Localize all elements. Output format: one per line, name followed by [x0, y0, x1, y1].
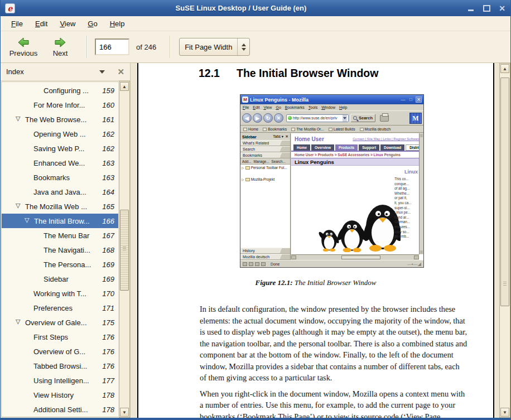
resize-grip-icon: —▪—◢	[407, 262, 421, 267]
index-item[interactable]: Enhanced We...163	[2, 156, 118, 170]
bookmark-actions: Add...Manage...Search...	[240, 158, 290, 165]
address-book-icon	[261, 262, 266, 266]
scroll-up-icon[interactable]: ▲	[120, 82, 129, 91]
index-item[interactable]: ▽The Mozilla Web ...165	[2, 199, 118, 214]
bookmark-folder: ▷Personal Toolbar Fol...	[242, 166, 289, 170]
index-item[interactable]: Saving Web P...162	[2, 141, 118, 156]
expander-icon[interactable]: ▽	[25, 216, 29, 224]
sidebar-panel-tab: History	[240, 248, 290, 254]
index-item-label: Tabbed Browsi...	[33, 362, 87, 370]
site-right-text-line: ensures...	[394, 225, 418, 230]
index-item[interactable]: Preferences171	[2, 301, 118, 315]
site-right-text-line: conque...	[394, 182, 418, 187]
mozilla-window-title: Linux Penguins - Mozilla	[250, 97, 398, 103]
previous-button[interactable]: Previous	[5, 33, 42, 60]
index-item[interactable]: View History178	[2, 388, 118, 402]
site-right-text-line: or pat it,	[394, 196, 418, 201]
bookmark-icon	[263, 128, 267, 131]
index-item-page: 178	[102, 405, 114, 414]
menu-item-file[interactable]: File	[6, 18, 28, 30]
index-item[interactable]: Sidebar169	[2, 272, 118, 286]
index-item[interactable]: Using Intelligen...177	[2, 373, 118, 388]
title-bar: e SuSE Linux Desktop / User Guide (en) ✕	[1, 0, 510, 16]
scrollbar-thumb[interactable]	[120, 210, 129, 291]
mozilla-personal-toolbar: HomeBookmarksThe Mozilla Or...Latest Bui…	[240, 126, 423, 133]
magnifier-icon	[353, 116, 357, 120]
index-item-page: 175	[102, 318, 114, 327]
index-item[interactable]: Working with T...170	[2, 286, 118, 301]
expander-icon[interactable]: ▽	[16, 202, 20, 209]
index-item-label: View History	[33, 391, 74, 399]
sidebar-scrollbar[interactable]: ▲ ▼	[119, 81, 130, 418]
index-item[interactable]: Opening Web ...162	[2, 127, 118, 141]
document-scrollbar[interactable]: ▲ ▼	[499, 63, 510, 418]
sidebar-panel-tab: What's Related	[240, 140, 290, 146]
back-icon: ◀	[242, 113, 252, 123]
index-item[interactable]: The Navigati...168	[2, 243, 118, 257]
zoom-mode-select[interactable]: Fit Page Width	[179, 38, 250, 56]
spinner-icon	[237, 38, 249, 55]
index-item[interactable]: First Steps176	[2, 330, 118, 344]
index-item[interactable]: Tabbed Browsi...176	[2, 359, 118, 373]
close-button[interactable]: ✕	[498, 4, 506, 12]
menu-item-help[interactable]: Help	[105, 18, 130, 30]
site-top-links: Contact | Site Map | Links | Register So…	[353, 137, 420, 141]
index-item[interactable]: Configuring ...159	[2, 83, 118, 98]
printer-icon	[380, 115, 389, 122]
expander-icon[interactable]: ▽	[16, 318, 20, 325]
scroll-down-icon[interactable]: ▼	[120, 408, 129, 417]
site-right-text-line: cozy so...	[394, 230, 418, 235]
index-item[interactable]: ▽Overview of Gale...175	[2, 315, 118, 330]
sidebar-dropdown-icon[interactable]	[99, 70, 105, 74]
index-item-label: The Persona...	[44, 260, 91, 269]
site-right-text-line: German...	[394, 220, 418, 225]
index-item-label: Sidebar	[44, 275, 69, 283]
mozilla-navigation-toolbar: ◀ ▶ ↻ ✕ http://www.suse.de/en/priv Searc…	[240, 110, 423, 125]
index-item[interactable]: Additional Setti...178	[2, 402, 118, 417]
expander-icon[interactable]: ▽	[16, 115, 20, 122]
application-window: e SuSE Linux Desktop / User Guide (en) ✕…	[0, 0, 511, 420]
index-item[interactable]: The Menu Bar167	[2, 228, 118, 243]
index-item-page: 168	[102, 246, 114, 254]
index-item-page: 162	[102, 130, 114, 138]
index-item[interactable]: ▽The Initial Brow...166	[2, 214, 118, 228]
menu-item-go[interactable]: Go	[83, 18, 102, 30]
page-number-input[interactable]	[95, 38, 129, 55]
site-right-text-line: This co...	[394, 177, 418, 182]
index-item[interactable]: Overview of G...176	[2, 344, 118, 359]
next-button[interactable]: Next	[42, 33, 79, 60]
index-item[interactable]: Java and Java...164	[2, 185, 118, 199]
index-item-label: Preferences	[33, 304, 73, 312]
penguins-image	[317, 182, 401, 252]
scroll-right-icon	[414, 255, 419, 259]
scroll-down-icon[interactable]: ▼	[500, 408, 509, 417]
stop-icon: ✕	[274, 113, 283, 123]
sidebar-panel-tab: Mozilla deutsch	[240, 254, 290, 260]
twisty-icon: ▷	[242, 166, 244, 170]
index-item-label: The Mozilla Web ...	[25, 202, 87, 211]
mozilla-menu-item: Edit	[253, 105, 259, 109]
index-item-label: Overview of Gale...	[25, 318, 87, 327]
index-item[interactable]: For More Infor...160	[2, 98, 118, 112]
maximize-button[interactable]	[483, 4, 490, 12]
scroll-up-icon[interactable]: ▲	[500, 64, 509, 73]
index-item-page: 171	[102, 304, 114, 312]
menu-item-edit[interactable]: Edit	[30, 18, 52, 30]
index-item-page: 163	[102, 159, 114, 167]
index-item-label: Opening Web ...	[33, 130, 86, 138]
index-item[interactable]: ▽The Web Browse...161	[2, 112, 118, 127]
menu-item-view[interactable]: View	[55, 18, 80, 30]
mozilla-menu-item: Help	[339, 105, 347, 109]
personal-toolbar-item: Bookmarks	[263, 127, 287, 131]
sidebar-close-icon[interactable]: ✕	[117, 67, 124, 77]
scrollbar-thumb[interactable]	[500, 78, 509, 306]
index-item-label: The Web Browse...	[25, 115, 86, 124]
site-nav-tab: Download	[380, 144, 404, 151]
index-item[interactable]: The Persona...169	[2, 257, 118, 272]
minimize-button[interactable]	[467, 4, 475, 12]
bookmark-icon	[360, 128, 364, 131]
index-item[interactable]: Bookmarks163	[2, 170, 118, 185]
figure-caption: Figure 12.1: The Initial Browser Window	[138, 278, 493, 287]
index-item-label: For More Infor...	[33, 101, 85, 109]
site-right-heading: Linux	[394, 169, 418, 175]
